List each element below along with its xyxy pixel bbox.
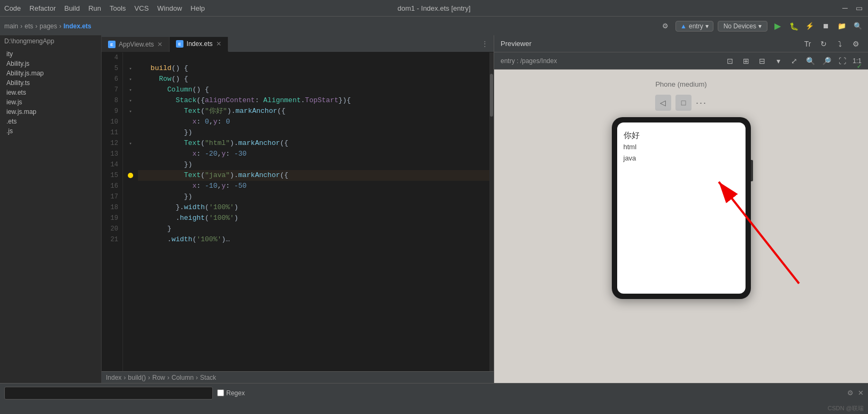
code-line: x: -10,y: -50 <box>138 181 489 191</box>
previewer-title: Previewer <box>501 40 532 48</box>
profile-button[interactable]: ⚡ <box>804 20 816 32</box>
expand-btn[interactable]: ⤢ <box>788 55 800 67</box>
scrollbar-thumb[interactable] <box>490 74 493 117</box>
fold-arrow[interactable]: ▾ <box>129 141 132 147</box>
entry-chevron: ▾ <box>705 22 709 30</box>
appview-tab-close[interactable]: ✕ <box>157 41 163 48</box>
rotate-btn[interactable]: ↻ <box>818 38 829 50</box>
menu-item-code[interactable]: Code <box>4 4 21 12</box>
device-view-btn[interactable]: □ <box>675 95 692 111</box>
index-tab-close[interactable]: ✕ <box>216 40 221 48</box>
previewer-content: Phone (medium) ◁ □ ··· 你好 html java <box>494 70 868 383</box>
line-number: 19 <box>106 213 118 224</box>
menu-item-vcs[interactable]: VCS <box>134 4 149 12</box>
code-line: .width('100%')… <box>138 234 489 245</box>
editor-breadcrumb: Index › build() › Row › Column › Stack <box>106 374 216 381</box>
search-input[interactable] <box>4 387 213 400</box>
editor-scrollbar[interactable] <box>489 52 494 371</box>
line-number: 10 <box>106 117 118 127</box>
main-toolbar: main › ets › pages › Index.ets ⚙ ▲ entry… <box>0 16 868 35</box>
fold-arrow[interactable]: ▾ <box>129 109 132 114</box>
previewer-settings-btn[interactable]: ⚙ <box>850 38 862 50</box>
entry-icon: ▲ <box>680 22 687 30</box>
bottom-close-btn[interactable]: ✕ <box>858 389 864 397</box>
code-line: }.width('100%') <box>138 202 489 213</box>
gutter-row: ▾ <box>123 106 138 117</box>
gutter-row <box>123 159 138 170</box>
fold-arrow[interactable]: ▾ <box>129 76 132 82</box>
zoom-in-btn[interactable]: 🔎 <box>820 55 832 67</box>
gutter-row <box>123 181 138 191</box>
tabs-more-button[interactable]: ⋮ <box>476 40 494 48</box>
maximize-button[interactable]: ▭ <box>854 3 864 13</box>
tab-appview[interactable]: E AppView.ets ✕ <box>102 37 170 52</box>
bottom-search-bar: Regex ⚙ ✕ <box>0 383 868 402</box>
debug-button[interactable]: 🐛 <box>788 20 800 32</box>
menu-item-refactor[interactable]: Refactor <box>29 4 56 12</box>
minimize-button[interactable]: ─ <box>840 3 850 13</box>
build-variants-button[interactable]: 📁 <box>836 20 848 32</box>
no-devices-button[interactable]: No Devices ▾ <box>718 21 767 32</box>
file-item[interactable]: Ability.js.map <box>0 68 101 78</box>
zoom-out-btn[interactable]: 🔍 <box>804 55 816 67</box>
line-number: 7 <box>106 85 118 95</box>
regex-checkbox[interactable] <box>217 389 224 396</box>
file-item[interactable]: .ets <box>0 117 101 126</box>
line-number: 12 <box>106 138 118 149</box>
layers-btn[interactable]: ⊞ <box>740 55 752 67</box>
menu-item-build[interactable]: Build <box>64 4 80 12</box>
run-button[interactable]: ▶ <box>772 20 783 32</box>
window-controls: ─ ▭ <box>840 3 864 13</box>
file-item[interactable]: iew.js.map <box>0 107 101 117</box>
search-everywhere-button[interactable]: 🔍 <box>852 20 864 32</box>
code-line: Column() { <box>138 85 489 95</box>
line-number: 16 <box>106 181 118 191</box>
bottom-settings-icon[interactable]: ⚙ <box>847 389 854 397</box>
line-number: 14 <box>106 159 118 170</box>
fullscreen-btn[interactable]: ⛶ <box>836 55 848 67</box>
entry-selector[interactable]: ▲ entry ▾ <box>675 21 713 32</box>
fold-arrow[interactable]: ▾ <box>129 98 132 104</box>
breadcrumb-pages: pages <box>40 22 57 30</box>
file-item[interactable]: iew.js <box>0 97 101 107</box>
layout-selector-btn[interactable]: ⊟ <box>756 55 768 67</box>
inspector-btn[interactable]: ⊡ <box>724 55 736 67</box>
line-number: 18 <box>106 202 118 213</box>
file-item[interactable]: .js <box>0 126 101 136</box>
tab-index[interactable]: E Index.ets ✕ <box>170 37 228 52</box>
line-numbers: 456789101112131415161718192021 <box>102 52 123 371</box>
fold-arrow[interactable]: ▾ <box>129 66 132 72</box>
gutter-row <box>123 52 138 63</box>
file-item[interactable]: Ability.ts <box>0 78 101 88</box>
rotate-left-btn[interactable]: ◁ <box>655 95 671 111</box>
menu-item-tools[interactable]: Tools <box>110 4 126 12</box>
more-options-btn[interactable]: ⤵ <box>834 38 846 50</box>
suggestion-indicator <box>128 173 133 178</box>
regex-label: Regex <box>226 389 245 397</box>
settings-icon[interactable]: ⚙ <box>659 20 671 32</box>
line-number: 13 <box>106 149 118 159</box>
file-item[interactable]: Ability.js <box>0 59 101 68</box>
main-area: D:\hongmengApp ityAbility.jsAbility.js.m… <box>0 35 868 383</box>
previewer-subheader: entry : /pages/Index ⊡ ⊞ ⊟ ▾ ⤢ 🔍 🔎 ⛶ 1:1 <box>494 52 868 70</box>
chevron-down-icon[interactable]: ▾ <box>772 55 784 67</box>
menu-item-help[interactable]: Help <box>190 4 205 12</box>
code-line: }) <box>138 159 489 170</box>
fold-arrow[interactable]: ▾ <box>129 87 132 93</box>
gutter-row <box>123 191 138 202</box>
code-line: Text("html").markAnchor({ <box>138 138 489 149</box>
phone-screen: 你好 html java <box>617 122 746 294</box>
menu-bar: CodeRefactorBuildRunToolsVCSWindowHelp <box>4 4 205 12</box>
menu-item-run[interactable]: Run <box>88 4 101 12</box>
bottom-status-bar: CSDN @联瑞 <box>0 402 868 414</box>
code-editor[interactable]: build() { Row() { Column() { Stack({alig… <box>138 52 489 371</box>
stop-button[interactable]: ⏹ <box>820 20 832 32</box>
appview-tab-icon: E <box>108 41 116 48</box>
gutter-row: ▾ <box>123 63 138 74</box>
menu-item-window[interactable]: Window <box>157 4 182 12</box>
editor-gutter: ▾▾▾▾▾▾ <box>123 52 138 371</box>
phone-more-options[interactable]: ··· <box>696 97 707 109</box>
file-item[interactable]: iew.ets <box>0 88 101 97</box>
file-item[interactable]: ity <box>0 49 101 59</box>
font-size-btn[interactable]: Tr <box>802 38 813 50</box>
